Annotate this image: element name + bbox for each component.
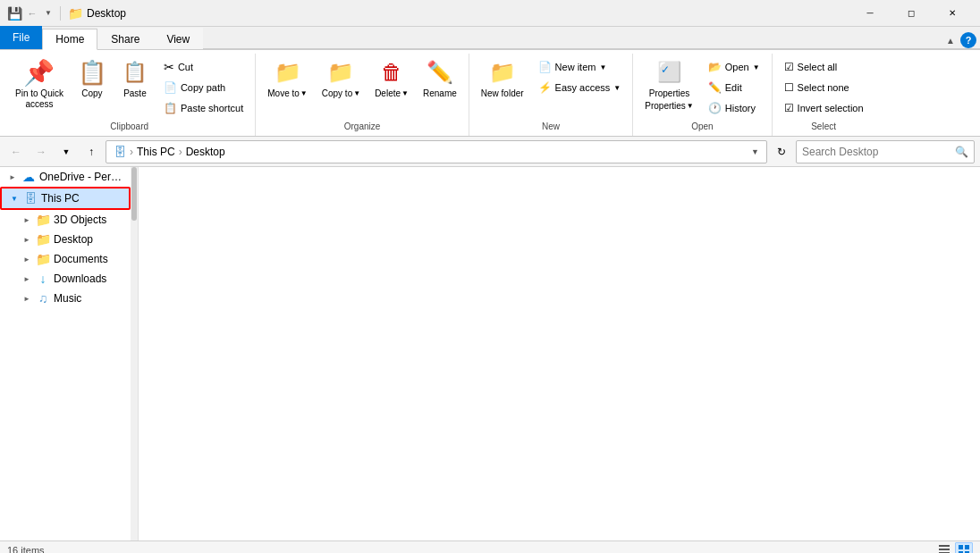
sidebar-item-thispc[interactable]: ▼ 🗄 This PC xyxy=(0,187,131,210)
quick-access-save-icon[interactable]: 💾 xyxy=(7,6,21,21)
address-bar: ← → ▼ ↑ 🗄 › This PC › Desktop ▼ ↻ 🔍 xyxy=(0,137,980,167)
sidebar-thumb[interactable] xyxy=(131,167,137,221)
forward-button[interactable]: → xyxy=(30,141,52,163)
sidebar-item-downloads[interactable]: ► ↓ Downloads xyxy=(0,269,131,289)
delete-button[interactable]: 🗑 Delete▼ xyxy=(368,54,415,104)
rename-button[interactable]: ✏️ Rename xyxy=(417,54,463,104)
3dobjects-label: 3D Objects xyxy=(54,214,127,226)
copy-to-button[interactable]: 📁 Copy to▼ xyxy=(316,54,367,104)
onedrive-icon: ☁ xyxy=(21,170,36,184)
ribbon: 📌 Pin to Quick access 📋 Copy 📋 Paste ✂ C… xyxy=(0,50,980,137)
select-all-button[interactable]: ☑ Select all xyxy=(778,57,870,77)
cut-label: Cut xyxy=(178,62,193,72)
new-content: 📁 New folder 📄 New item ▼ ⚡ Easy access … xyxy=(475,54,627,118)
up-button[interactable]: ↑ xyxy=(80,141,102,163)
svg-rect-1 xyxy=(939,549,950,550)
tab-share[interactable]: Share xyxy=(97,28,153,49)
properties-button[interactable]: ⬜ ✓ Properties Properties▼ xyxy=(638,54,700,115)
sidebar-item-music[interactable]: ► ♫ Music xyxy=(0,289,131,308)
onedrive-label: OneDrive - Person xyxy=(39,171,127,183)
back-button[interactable]: ← xyxy=(5,141,27,163)
pin-icon: 📌 xyxy=(25,58,54,87)
expand-arrow-music: ► xyxy=(21,295,32,303)
music-label: Music xyxy=(54,292,127,305)
title-bar: 💾 ← ▼ 📁 Desktop ─ ◻ ✕ xyxy=(0,0,980,27)
cut-icon: ✂ xyxy=(164,60,174,74)
pin-label: Pin to Quick access xyxy=(15,88,63,110)
sidebar-item-onedrive[interactable]: ► ☁ OneDrive - Person xyxy=(0,167,131,187)
sidebar-item-documents[interactable]: ► 📁 Documents xyxy=(0,249,131,269)
title-text: Desktop xyxy=(87,7,849,20)
refresh-button[interactable]: ↻ xyxy=(771,141,792,163)
move-to-button[interactable]: 📁 Move to▼ xyxy=(261,54,314,104)
copy-button[interactable]: 📋 Copy xyxy=(72,54,113,104)
status-bar: 16 items xyxy=(0,540,980,553)
sidebar-item-3dobjects[interactable]: ► 📁 3D Objects xyxy=(0,210,131,230)
invert-selection-label: Invert selection xyxy=(798,103,864,113)
paste-shortcut-button[interactable]: 📋 Paste shortcut xyxy=(157,98,249,118)
help-button[interactable]: ? xyxy=(960,32,976,48)
documents-label: Documents xyxy=(54,253,127,265)
path-desktop: Desktop xyxy=(186,146,225,158)
clipboard-content: 📌 Pin to Quick access 📋 Copy 📋 Paste ✂ C… xyxy=(9,54,249,118)
select-none-label: Select none xyxy=(798,82,849,93)
new-folder-button[interactable]: 📁 New folder xyxy=(475,54,530,104)
details-view-button[interactable] xyxy=(935,542,953,554)
sidebar-item-desktop[interactable]: ► 📁 Desktop xyxy=(0,230,131,249)
maximize-button[interactable]: ◻ xyxy=(891,0,932,27)
search-box[interactable]: 🔍 xyxy=(796,140,975,163)
sidebar-scrollbar[interactable] xyxy=(131,167,138,540)
open-button[interactable]: 📂 Open ▼ xyxy=(702,57,766,77)
open-icon: 📂 xyxy=(708,61,722,73)
new-label: New xyxy=(475,118,627,132)
tab-home[interactable]: Home xyxy=(42,29,97,50)
quick-access-dropdown-icon[interactable]: ▼ xyxy=(41,6,55,21)
move-to-icon: 📁 xyxy=(274,58,302,87)
quick-access-undo-icon[interactable]: ← xyxy=(25,6,39,21)
history-button[interactable]: 🕐 History xyxy=(702,98,766,118)
open-label: Open xyxy=(638,118,765,132)
rename-icon: ✏️ xyxy=(426,58,454,87)
path-dropdown-icon[interactable]: ▼ xyxy=(751,147,759,156)
ribbon-group-organize: 📁 Move to▼ 📁 Copy to▼ 🗑 Delete▼ xyxy=(256,54,469,136)
rename-label: Rename xyxy=(423,88,457,99)
organize-label: Organize xyxy=(261,118,463,132)
search-input[interactable] xyxy=(802,146,951,158)
path-folder-icon: 🗄 xyxy=(114,145,126,159)
copy-path-label: Copy path xyxy=(181,82,225,93)
invert-selection-button[interactable]: ☑ Invert selection xyxy=(778,98,870,118)
easy-access-button[interactable]: ⚡ Easy access ▼ xyxy=(532,78,628,97)
new-folder-label: New folder xyxy=(481,88,524,99)
edit-button[interactable]: ✏️ Edit xyxy=(702,78,766,97)
paste-icon: 📋 xyxy=(121,58,149,87)
history-label: History xyxy=(725,103,756,113)
content-area xyxy=(139,167,980,540)
clipboard-small-buttons: ✂ Cut 📄 Copy path 📋 Paste shortcut xyxy=(157,54,249,118)
path-sep2: › xyxy=(179,146,182,158)
ribbon-group-new: 📁 New folder 📄 New item ▼ ⚡ Easy access … xyxy=(469,54,633,136)
open-small-buttons: 📂 Open ▼ ✏️ Edit 🕐 History xyxy=(702,54,766,118)
select-none-button[interactable]: ☐ Select none xyxy=(778,78,870,97)
properties-label-text: Properties▼ xyxy=(645,101,694,111)
music-icon: ♫ xyxy=(36,291,50,306)
paste-button[interactable]: 📋 Paste xyxy=(114,54,156,104)
tab-file[interactable]: File xyxy=(0,26,42,49)
pin-quick-access-button[interactable]: 📌 Pin to Quick access xyxy=(9,54,70,114)
ribbon-collapse-btn[interactable]: ▲ xyxy=(942,34,959,47)
delete-icon: 🗑 xyxy=(377,58,406,87)
minimize-button[interactable]: ─ xyxy=(849,0,891,27)
address-path[interactable]: 🗄 › This PC › Desktop ▼ xyxy=(106,140,767,163)
large-icons-view-button[interactable] xyxy=(955,542,973,554)
details-view-icon xyxy=(938,544,950,554)
expand-arrow-downloads: ► xyxy=(21,275,32,283)
new-item-button[interactable]: 📄 New item ▼ xyxy=(532,57,628,77)
tab-view[interactable]: View xyxy=(153,28,203,49)
copy-icon: 📋 xyxy=(78,58,106,87)
cut-button[interactable]: ✂ Cut xyxy=(157,57,249,77)
close-button[interactable]: ✕ xyxy=(932,0,973,27)
organize-content: 📁 Move to▼ 📁 Copy to▼ 🗑 Delete▼ xyxy=(261,54,463,118)
downloads-label: Downloads xyxy=(54,272,127,285)
recent-locations-button[interactable]: ▼ xyxy=(55,141,77,163)
copy-path-button[interactable]: 📄 Copy path xyxy=(157,78,249,97)
invert-selection-icon: ☑ xyxy=(784,102,794,114)
